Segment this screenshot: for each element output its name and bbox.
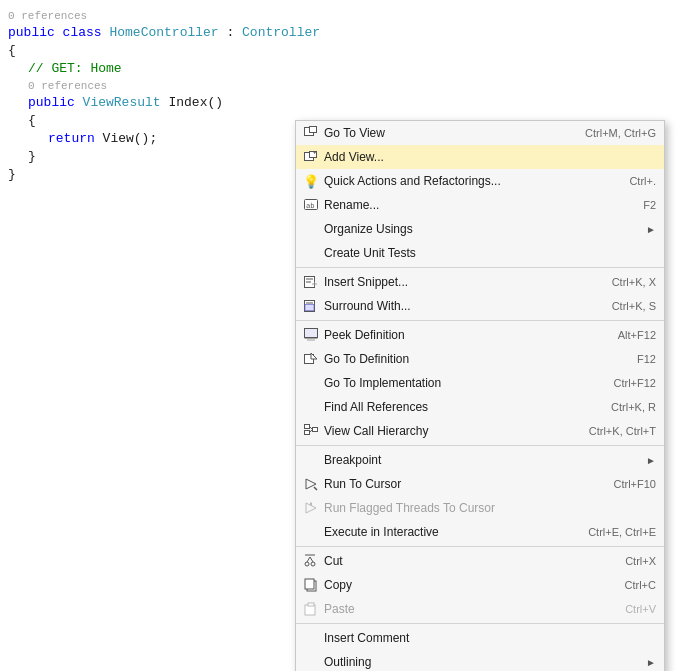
- menu-item-copy[interactable]: Copy Ctrl+C: [296, 573, 664, 597]
- find-all-references-shortcut: Ctrl+K, R: [611, 401, 656, 413]
- menu-item-insert-comment[interactable]: Insert Comment: [296, 626, 664, 650]
- peek-definition-label: Peek Definition: [322, 328, 598, 342]
- separator-4: [296, 546, 664, 547]
- svg-line-28: [307, 557, 310, 562]
- quick-actions-icon: 💡: [300, 174, 322, 189]
- breakpoint-label: Breakpoint: [322, 453, 642, 467]
- run-to-cursor-shortcut: Ctrl+F10: [614, 478, 657, 490]
- run-flagged-threads-label: Run Flagged Threads To Cursor: [322, 501, 656, 515]
- svg-point-26: [305, 562, 309, 566]
- copy-icon: [300, 578, 322, 592]
- quick-actions-label: Quick Actions and Refactorings...: [322, 174, 609, 188]
- goto-view-icon: [300, 126, 322, 140]
- menu-item-goto-view[interactable]: Go To View Ctrl+M, Ctrl+G: [296, 121, 664, 145]
- menu-item-create-unit-tests[interactable]: Create Unit Tests: [296, 241, 664, 265]
- svg-rect-34: [308, 603, 314, 606]
- svg-text:ab: ab: [306, 202, 314, 210]
- menu-item-surround-with[interactable]: Surround With... Ctrl+K, S: [296, 294, 664, 318]
- menu-item-cut[interactable]: Cut Ctrl+X: [296, 549, 664, 573]
- menu-item-view-call-hierarchy[interactable]: View Call Hierarchy Ctrl+K, Ctrl+T: [296, 419, 664, 443]
- goto-definition-shortcut: F12: [637, 353, 656, 365]
- run-flagged-threads-icon: [300, 501, 322, 515]
- goto-definition-label: Go To Definition: [322, 352, 617, 366]
- cut-shortcut: Ctrl+X: [625, 555, 656, 567]
- svg-rect-14: [305, 305, 314, 311]
- goto-view-label: Go To View: [322, 126, 565, 140]
- goto-view-shortcut: Ctrl+M, Ctrl+G: [585, 127, 656, 139]
- menu-item-run-to-cursor[interactable]: Run To Cursor Ctrl+F10: [296, 472, 664, 496]
- menu-item-insert-snippet[interactable]: Insert Snippet... Ctrl+K, X: [296, 270, 664, 294]
- run-to-cursor-icon: [300, 477, 322, 491]
- menu-item-run-flagged-threads[interactable]: Run Flagged Threads To Cursor: [296, 496, 664, 520]
- create-unit-tests-label: Create Unit Tests: [322, 246, 656, 260]
- code-line-comment: // GET: Home: [0, 60, 676, 78]
- goto-definition-icon: [300, 352, 322, 366]
- cut-icon: [300, 554, 322, 568]
- copy-label: Copy: [322, 578, 605, 592]
- view-call-hierarchy-label: View Call Hierarchy: [322, 424, 569, 438]
- code-references-2: 0 references: [0, 78, 676, 94]
- surround-with-label: Surround With...: [322, 299, 592, 313]
- code-line-brace-open: {: [0, 42, 676, 60]
- rename-icon: ab: [300, 198, 322, 212]
- menu-item-add-view[interactable]: + Add View...: [296, 145, 664, 169]
- menu-item-breakpoint[interactable]: Breakpoint ►: [296, 448, 664, 472]
- code-line-class: public class HomeController : Controller: [0, 24, 676, 42]
- menu-item-paste[interactable]: Paste Ctrl+V: [296, 597, 664, 621]
- svg-rect-21: [313, 428, 318, 432]
- menu-item-rename[interactable]: ab Rename... F2: [296, 193, 664, 217]
- surround-with-shortcut: Ctrl+K, S: [612, 300, 656, 312]
- cut-label: Cut: [322, 554, 605, 568]
- svg-text:+: +: [313, 150, 317, 155]
- view-call-hierarchy-icon: [300, 424, 322, 438]
- separator-5: [296, 623, 664, 624]
- svg-rect-32: [305, 579, 314, 589]
- breakpoint-arrow: ►: [646, 455, 656, 466]
- paste-label: Paste: [322, 602, 605, 616]
- svg-point-27: [311, 562, 315, 566]
- svg-line-29: [310, 557, 313, 562]
- copy-shortcut: Ctrl+C: [625, 579, 656, 591]
- separator-2: [296, 320, 664, 321]
- menu-item-quick-actions[interactable]: 💡 Quick Actions and Refactorings... Ctrl…: [296, 169, 664, 193]
- goto-implementation-label: Go To Implementation: [322, 376, 594, 390]
- menu-item-outlining[interactable]: Outlining ►: [296, 650, 664, 671]
- organize-usings-arrow: ►: [646, 224, 656, 235]
- organize-usings-label: Organize Usings: [322, 222, 642, 236]
- find-all-references-label: Find All References: [322, 400, 591, 414]
- rename-shortcut: F2: [643, 199, 656, 211]
- code-line-method: public ViewResult Index(): [0, 94, 676, 112]
- outlining-label: Outlining: [322, 655, 642, 669]
- context-menu: Go To View Ctrl+M, Ctrl+G + Add View... …: [295, 120, 665, 671]
- run-to-cursor-label: Run To Cursor: [322, 477, 594, 491]
- add-view-icon: +: [300, 150, 322, 164]
- svg-rect-15: [305, 329, 318, 338]
- svg-rect-17: [307, 339, 315, 341]
- add-view-label: Add View...: [322, 150, 636, 164]
- insert-snippet-label: Insert Snippet...: [322, 275, 592, 289]
- paste-shortcut: Ctrl+V: [625, 603, 656, 615]
- menu-item-execute-interactive[interactable]: Execute in Interactive Ctrl+E, Ctrl+E: [296, 520, 664, 544]
- execute-interactive-label: Execute in Interactive: [322, 525, 568, 539]
- insert-snippet-shortcut: Ctrl+K, X: [612, 276, 656, 288]
- insert-comment-label: Insert Comment: [322, 631, 656, 645]
- menu-item-peek-definition[interactable]: Peek Definition Alt+F12: [296, 323, 664, 347]
- peek-definition-icon: [300, 328, 322, 342]
- svg-line-24: [314, 487, 317, 490]
- quick-actions-shortcut: Ctrl+.: [629, 175, 656, 187]
- svg-rect-1: [310, 127, 317, 133]
- svg-rect-20: [305, 431, 310, 435]
- menu-item-goto-definition[interactable]: Go To Definition F12: [296, 347, 664, 371]
- insert-snippet-icon: [300, 275, 322, 289]
- menu-item-organize-usings[interactable]: Organize Usings ►: [296, 217, 664, 241]
- peek-definition-shortcut: Alt+F12: [618, 329, 656, 341]
- surround-with-icon: [300, 299, 322, 313]
- view-call-hierarchy-shortcut: Ctrl+K, Ctrl+T: [589, 425, 656, 437]
- separator-3: [296, 445, 664, 446]
- paste-icon: [300, 602, 322, 616]
- menu-item-goto-implementation[interactable]: Go To Implementation Ctrl+F12: [296, 371, 664, 395]
- goto-implementation-shortcut: Ctrl+F12: [614, 377, 657, 389]
- svg-rect-19: [305, 425, 310, 429]
- menu-item-find-all-references[interactable]: Find All References Ctrl+K, R: [296, 395, 664, 419]
- execute-interactive-shortcut: Ctrl+E, Ctrl+E: [588, 526, 656, 538]
